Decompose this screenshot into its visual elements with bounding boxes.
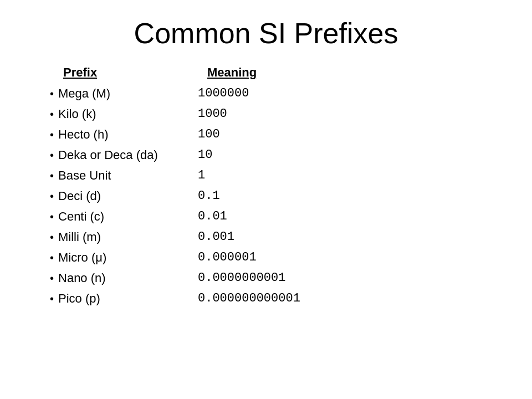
- table-row: •Centi (c)0.01: [50, 207, 499, 226]
- meaning-cell: 1: [198, 166, 205, 185]
- meaning-cell: 0.0000000001: [198, 269, 285, 287]
- meaning-cell: 0.01: [198, 207, 227, 226]
- meaning-cell: 100: [198, 125, 220, 144]
- prefix-cell: Deka or Deca (da): [58, 146, 198, 164]
- bullet-icon: •: [50, 147, 54, 163]
- meaning-cell: 1000: [198, 105, 227, 123]
- meaning-cell: 0.000001: [198, 248, 257, 267]
- prefix-cell: Pico (p): [58, 289, 198, 308]
- prefix-cell: Kilo (k): [58, 105, 198, 123]
- bullet-icon: •: [50, 188, 54, 204]
- meaning-cell: 0.1: [198, 187, 220, 205]
- prefix-cell: Hecto (h): [58, 125, 198, 144]
- prefix-cell: Centi (c): [58, 207, 198, 226]
- prefix-cell: Milli (m): [58, 228, 198, 246]
- table-row: •Milli (m)0.001: [50, 228, 499, 246]
- prefix-cell: Nano (n): [58, 269, 198, 287]
- bullet-icon: •: [50, 85, 54, 102]
- table-row: •Mega (M)1000000: [50, 84, 499, 103]
- bullet-icon: •: [50, 249, 54, 266]
- meaning-cell: 0.001: [198, 228, 234, 246]
- table-row: •Deka or Deca (da)10: [50, 146, 499, 164]
- table-row: •Pico (p)0.000000000001: [50, 289, 499, 308]
- meaning-cell: 10: [198, 146, 212, 164]
- prefix-cell: Deci (d): [58, 187, 198, 205]
- bullet-icon: •: [50, 290, 54, 307]
- page: Common SI Prefixes Prefix Meaning •Mega …: [0, 0, 532, 399]
- bullet-icon: •: [50, 229, 54, 245]
- prefix-cell: Base Unit: [58, 166, 198, 185]
- bullet-icon: •: [50, 106, 54, 122]
- table-row: •Deci (d)0.1: [50, 187, 499, 205]
- bullet-icon: •: [50, 167, 54, 184]
- header-meaning: Meaning: [207, 65, 351, 80]
- table-row: •Micro (μ)0.000001: [50, 248, 499, 267]
- table-row: •Nano (n)0.0000000001: [50, 269, 499, 287]
- table-rows: •Mega (M)1000000•Kilo (k)1000•Hecto (h)1…: [50, 84, 499, 308]
- meaning-cell: 0.000000000001: [198, 289, 300, 308]
- bullet-icon: •: [50, 208, 54, 225]
- si-table: Prefix Meaning •Mega (M)1000000•Kilo (k)…: [33, 65, 499, 310]
- bullet-icon: •: [50, 270, 54, 287]
- table-header: Prefix Meaning: [50, 65, 499, 80]
- bullet-icon: •: [50, 126, 54, 143]
- prefix-cell: Mega (M): [58, 84, 198, 103]
- header-prefix: Prefix: [63, 65, 207, 80]
- table-row: •Base Unit1: [50, 166, 499, 185]
- meaning-cell: 1000000: [198, 84, 249, 103]
- table-row: •Kilo (k)1000: [50, 105, 499, 123]
- page-title: Common SI Prefixes: [33, 17, 499, 50]
- table-row: •Hecto (h)100: [50, 125, 499, 144]
- prefix-cell: Micro (μ): [58, 248, 198, 267]
